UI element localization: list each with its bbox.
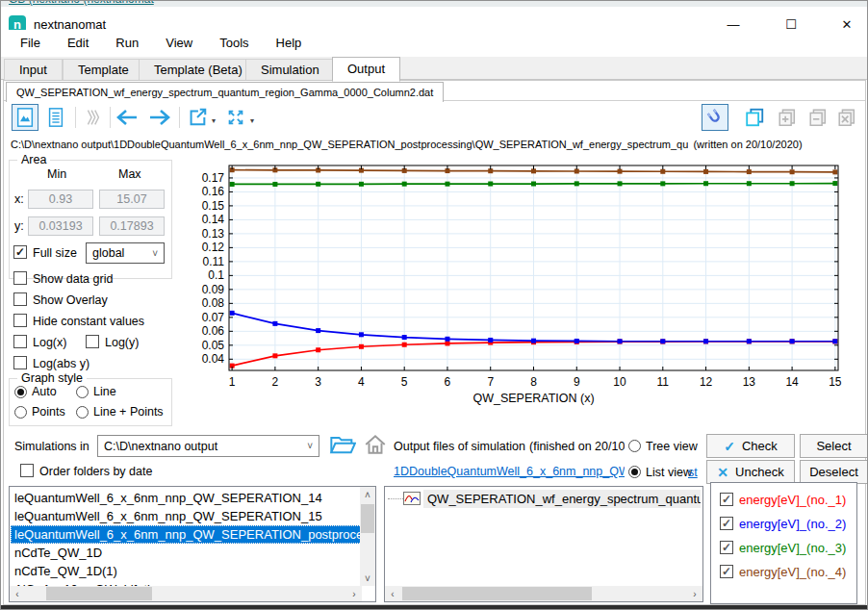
export-button[interactable]: ▾: [183, 104, 217, 131]
legend-item[interactable]: energy[eV]_(no._2): [720, 515, 846, 532]
scroll-right-arrow[interactable]: ›: [687, 586, 702, 601]
scroll-left-arrow[interactable]: ‹: [10, 586, 25, 601]
scroll-right-arrow[interactable]: ›: [346, 586, 362, 601]
log-x-checkbox[interactable]: [13, 335, 27, 348]
legend-checkbox[interactable]: [720, 517, 733, 530]
svg-text:7: 7: [487, 375, 494, 389]
tab-input[interactable]: Input: [4, 59, 63, 80]
curve-legend-panel: energy[eV]_(no._1) energy[eV]_(no._2) en…: [710, 482, 857, 604]
simulation-list-item[interactable]: leQuantumWell_6_x_6nm_nnp_QW_SEPERATION_…: [11, 489, 326, 507]
hide-constant-values-checkbox[interactable]: [13, 314, 27, 327]
menu-edit[interactable]: Edit: [54, 30, 102, 57]
tab-output[interactable]: Output: [332, 57, 400, 82]
x-axis-label: x:: [14, 192, 24, 206]
graph-style-points-radio[interactable]: [14, 406, 27, 419]
graph-style-line-points-label: Line + Points: [93, 405, 164, 419]
graph-style-auto-radio[interactable]: [14, 386, 27, 398]
simulation-folder-link[interactable]: 1DDoubleQuantumWell_6_x_6nm_nnp_QW_SEP: [394, 465, 625, 478]
menu-run[interactable]: Run: [102, 30, 152, 57]
previous-button[interactable]: [114, 104, 140, 131]
export-icon: [187, 107, 208, 128]
tree-view-label: Tree view: [646, 440, 698, 453]
y-min-field: 0.03193: [28, 216, 93, 236]
tree-view-radio[interactable]: [628, 440, 641, 452]
title-bar: n nextnanomat — ☐ ✕: [1, 7, 868, 30]
horizontal-scrollbar-thumb[interactable]: [402, 587, 592, 600]
legend-item[interactable]: energy[eV]_(no._1): [720, 491, 846, 508]
legend-checkbox[interactable]: [720, 541, 733, 554]
close-page-button[interactable]: [833, 104, 860, 131]
simulations-folder-combobox[interactable]: C:\D\nextnano output ˅: [97, 435, 319, 457]
tab-template[interactable]: Template: [63, 59, 144, 80]
text-view-button[interactable]: [42, 104, 69, 131]
deselect-button[interactable]: Deselect: [800, 460, 868, 484]
browse-folder-button[interactable]: [329, 433, 356, 456]
document-tab-strip: QW_SEPERATION_wf_energy_spectrum_quantum…: [4, 82, 865, 101]
list-view-radio[interactable]: [628, 466, 641, 478]
uncheck-button[interactable]: ✕ Uncheck: [706, 460, 795, 484]
simulation-list-item[interactable]: leQuantumWell_6_x_6nm_nnp_QW_SEPERATION_…: [11, 507, 326, 525]
uncheck-button-label: Uncheck: [735, 465, 784, 479]
scroll-left-arrow[interactable]: ‹: [385, 586, 400, 601]
vertical-scrollbar[interactable]: ˄ ˅: [360, 487, 375, 586]
show-data-grid-checkbox[interactable]: [13, 271, 27, 285]
log-abs-y-checkbox[interactable]: [13, 356, 27, 369]
overlay-pages-button[interactable]: [79, 104, 106, 131]
simulation-list-item[interactable]: nCdTe_QW_1D: [11, 544, 106, 562]
horizontal-scrollbar[interactable]: ‹ ›: [385, 586, 702, 601]
menu-help[interactable]: Help: [263, 30, 316, 57]
tab-simulation[interactable]: Simulation: [245, 59, 335, 80]
legend-item[interactable]: energy[eV]_(no._4): [720, 563, 846, 580]
horizontal-scrollbar[interactable]: ‹ ›: [10, 586, 362, 601]
simulation-list-item-selected[interactable]: leQuantumWell_6_x_6nm_nnp_QW_SEPERATION_…: [11, 525, 376, 544]
scroll-down-arrow[interactable]: ˅: [360, 571, 375, 586]
legend-checkbox[interactable]: [720, 565, 733, 578]
select-button-label: Select: [816, 439, 851, 453]
add-page-button[interactable]: [774, 104, 801, 131]
snap-magnet-button[interactable]: [702, 104, 728, 131]
legend-label: energy[eV]_(no._4): [739, 565, 846, 579]
show-overlay-label: Show Overlay: [33, 293, 108, 307]
duplicate-tab-button[interactable]: [741, 104, 768, 131]
legend-checkbox[interactable]: [720, 493, 733, 506]
arrow-left-icon: [115, 107, 140, 128]
log-y-checkbox[interactable]: [86, 335, 99, 348]
stacked-pages-icon: [82, 107, 103, 128]
home-folder-button[interactable]: [363, 433, 388, 456]
svg-text:1: 1: [229, 375, 236, 389]
vertical-scrollbar-thumb[interactable]: [361, 504, 374, 533]
remove-page-button[interactable]: [804, 104, 831, 131]
finished-date-note: (finished on 20/10/: [529, 440, 625, 453]
energy-spectrum-chart: 1234567891011121314150.040.050.060.070.0…: [180, 153, 865, 432]
legend-item[interactable]: energy[eV]_(no._3): [720, 539, 846, 556]
x-min-field: 0.93: [28, 190, 93, 209]
scroll-up-arrow[interactable]: ˄: [360, 487, 375, 502]
tab-template-beta[interactable]: Template (Beta): [139, 59, 258, 80]
fullscreen-button[interactable]: ▾: [221, 104, 256, 131]
scale-dropdown[interactable]: global ˅: [86, 242, 165, 264]
menu-tools[interactable]: Tools: [206, 30, 262, 57]
fullscreen-dropdown-caret[interactable]: ▾: [250, 116, 254, 125]
text-view-icon: [45, 107, 66, 128]
simulation-folder-link-tail[interactable]: st: [688, 466, 698, 479]
order-folders-by-date-checkbox[interactable]: [20, 464, 34, 477]
next-button[interactable]: [146, 104, 173, 131]
full-size-checkbox[interactable]: [13, 245, 27, 259]
svg-text:0.12: 0.12: [202, 241, 225, 254]
graph-style-line-points-radio[interactable]: [76, 406, 89, 419]
svg-text:14: 14: [785, 375, 799, 389]
menu-view[interactable]: View: [152, 30, 206, 57]
horizontal-scrollbar-thumb[interactable]: [46, 587, 152, 600]
menu-file[interactable]: File: [7, 30, 54, 57]
export-dropdown-caret[interactable]: ▾: [212, 116, 216, 125]
document-tab[interactable]: QW_SEPERATION_wf_energy_spectrum_quantum…: [6, 82, 444, 103]
simulation-list-item[interactable]: nCdTe_QW_1D(1): [11, 562, 121, 580]
show-overlay-checkbox[interactable]: [13, 292, 27, 306]
graph-style-auto-label: Auto: [32, 385, 57, 398]
select-button[interactable]: Select: [800, 434, 868, 458]
check-button-label: Check: [742, 439, 778, 453]
output-file-item[interactable]: QW_SEPERATION_wf_energy_spectrum_quantum…: [423, 490, 701, 508]
graph-view-button[interactable]: [12, 104, 38, 131]
graph-style-line-radio[interactable]: [76, 386, 89, 398]
check-button[interactable]: ✓ Check: [706, 434, 795, 458]
